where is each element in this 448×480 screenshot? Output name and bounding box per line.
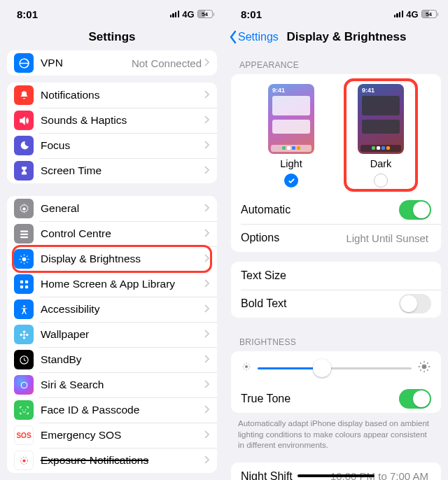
- clock: 8:01: [241, 8, 262, 20]
- group-brightness: True Tone: [231, 351, 441, 413]
- row-display-brightness[interactable]: Display & Brightness: [7, 246, 217, 271]
- sun-icon: [14, 249, 34, 269]
- moon-icon: [14, 136, 34, 155]
- chevron-right-icon: [204, 139, 210, 152]
- light-thumbnail: 9:41: [268, 84, 314, 154]
- row-general[interactable]: General: [7, 196, 217, 221]
- row-homescreen[interactable]: Home Screen & App Library: [7, 271, 217, 297]
- gear-icon: [14, 199, 34, 218]
- dark-thumbnail: 9:41: [358, 84, 404, 154]
- svg-rect-9: [24, 285, 27, 288]
- svg-point-13: [22, 336, 25, 339]
- siri-icon: [14, 375, 34, 395]
- light-label: Light: [280, 158, 302, 169]
- nav-bar: Settings: [0, 24, 224, 50]
- status-right: 4G 54: [394, 9, 438, 20]
- chevron-right-icon: [204, 227, 210, 240]
- status-bar: 8:01 4G 54: [0, 0, 224, 24]
- row-nightshift[interactable]: Night Shift 10:00 PM to 7:00 AM: [231, 463, 441, 480]
- row-vpn[interactable]: VPN Not Connected: [7, 50, 217, 76]
- chevron-right-icon: [204, 164, 210, 177]
- display-brightness-pane: 8:01 4G 54 Settings Display & Brightness…: [224, 0, 448, 480]
- svg-rect-6: [20, 280, 22, 283]
- vpn-icon: [14, 53, 34, 73]
- appearance-dark[interactable]: 9:41 Dark: [348, 84, 414, 188]
- svg-rect-7: [24, 280, 27, 283]
- appearance-light[interactable]: 9:41 Light: [258, 84, 324, 188]
- svg-point-11: [23, 334, 25, 336]
- row-textsize[interactable]: Text Size: [231, 262, 441, 290]
- clock-icon: [14, 350, 34, 369]
- settings-root-pane: 8:01 4G 54 Settings VPN Not Connected No…: [0, 0, 224, 480]
- row-boldtext[interactable]: Bold Text: [231, 290, 441, 318]
- chevron-right-icon: [204, 114, 210, 127]
- svg-point-10: [23, 305, 25, 307]
- page-title: Settings: [0, 30, 224, 44]
- row-truetone[interactable]: True Tone: [231, 385, 441, 413]
- row-options[interactable]: Options Light Until Sunset: [231, 224, 441, 252]
- status-right: 4G 54: [170, 9, 214, 20]
- chevron-right-icon: [204, 303, 210, 316]
- svg-point-1: [22, 207, 25, 210]
- row-screentime[interactable]: Screen Time: [7, 158, 217, 183]
- chevron-right-icon: [204, 379, 210, 391]
- home-indicator[interactable]: [298, 474, 374, 477]
- group-general: General Control Centre Display & Brightn…: [7, 196, 217, 473]
- chevron-right-icon: [204, 429, 210, 442]
- svg-point-22: [245, 365, 248, 368]
- sun-large-icon: [417, 360, 431, 376]
- cellular-signal-icon: [394, 10, 404, 17]
- back-button[interactable]: Settings: [228, 30, 279, 44]
- group-appearance: 9:41 Light 9:41 Dark: [231, 74, 441, 252]
- svg-point-20: [22, 459, 25, 462]
- chevron-right-icon: [204, 253, 210, 265]
- brightness-slider[interactable]: [231, 351, 441, 385]
- sliders-icon: [14, 224, 34, 243]
- svg-rect-8: [20, 285, 22, 288]
- row-focus[interactable]: Focus: [7, 133, 217, 158]
- row-automatic[interactable]: Automatic: [231, 196, 441, 224]
- row-standby[interactable]: StandBy: [7, 347, 217, 372]
- slider-track[interactable]: [258, 367, 412, 369]
- svg-rect-2: [20, 230, 27, 232]
- row-wallpaper[interactable]: Wallpaper: [7, 322, 217, 347]
- row-exposure[interactable]: Exposure Notifications: [7, 448, 217, 473]
- row-sos[interactable]: SOS Emergency SOS: [7, 423, 217, 448]
- row-accessibility[interactable]: Accessibility: [7, 297, 217, 322]
- light-radio-checked[interactable]: [284, 174, 298, 188]
- group-notifications: Notifications Sounds & Haptics Focus Scr…: [7, 83, 217, 183]
- automatic-toggle[interactable]: [399, 200, 431, 220]
- dark-label: Dark: [370, 158, 392, 169]
- hourglass-icon: [14, 161, 34, 181]
- svg-rect-4: [20, 237, 27, 238]
- battery-icon: 54: [421, 10, 439, 18]
- svg-point-15: [25, 333, 28, 336]
- truetone-toggle[interactable]: [399, 389, 431, 409]
- chevron-right-icon: [204, 89, 210, 101]
- row-controlcentre[interactable]: Control Centre: [7, 221, 217, 246]
- cellular-signal-icon: [170, 10, 180, 17]
- dark-radio-unchecked[interactable]: [374, 174, 388, 188]
- apps-grid-icon: [14, 274, 34, 294]
- svg-point-23: [422, 365, 427, 369]
- row-sounds[interactable]: Sounds & Haptics: [7, 108, 217, 133]
- svg-point-5: [22, 257, 26, 261]
- bold-toggle[interactable]: [399, 294, 431, 313]
- svg-point-12: [22, 330, 25, 333]
- chevron-right-icon: [204, 57, 210, 69]
- svg-point-18: [22, 409, 22, 410]
- row-notifications[interactable]: Notifications: [7, 83, 217, 108]
- svg-rect-3: [20, 233, 27, 234]
- speaker-icon: [14, 111, 34, 130]
- svg-point-19: [24, 409, 25, 410]
- chevron-right-icon: [204, 328, 210, 341]
- sos-icon: SOS: [14, 425, 34, 445]
- clock: 8:01: [17, 8, 38, 20]
- slider-knob[interactable]: [313, 359, 331, 377]
- chevron-right-icon: [204, 454, 210, 467]
- flower-icon: [14, 325, 34, 344]
- row-siri[interactable]: Siri & Search: [7, 372, 217, 397]
- section-brightness: Brightness: [224, 327, 448, 350]
- group-text: Text Size Bold Text: [231, 262, 441, 318]
- row-faceid[interactable]: Face ID & Passcode: [7, 397, 217, 423]
